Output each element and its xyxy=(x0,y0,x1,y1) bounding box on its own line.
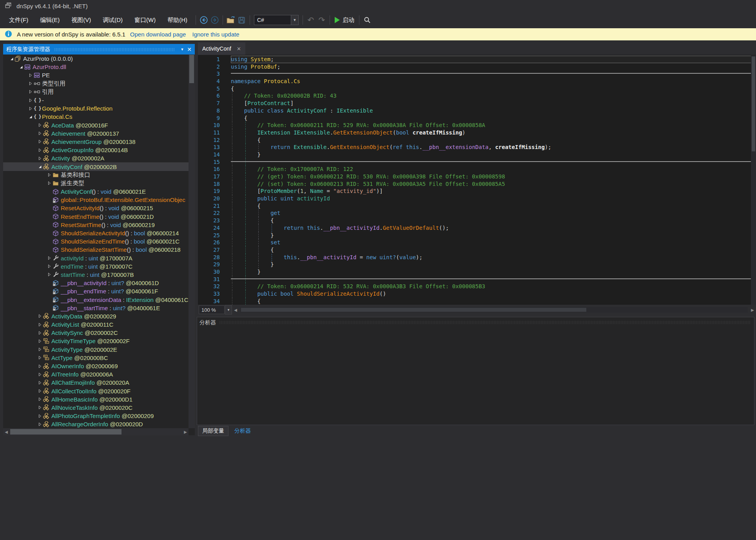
menu-item-调试(D)[interactable]: 调试(D) xyxy=(97,14,129,27)
expander-icon[interactable] xyxy=(37,156,43,160)
expander-icon[interactable] xyxy=(37,405,43,409)
redo-button[interactable]: ↷ xyxy=(316,15,327,25)
undo-button[interactable]: ↶ xyxy=(305,15,316,25)
expander-icon[interactable] xyxy=(27,107,34,111)
tree-row[interactable]: ResetActivityId() : void @06000215 xyxy=(3,204,189,212)
tree-row[interactable]: ActivityData @02000029 xyxy=(3,312,189,320)
expander-icon[interactable] xyxy=(46,173,53,177)
tree-row[interactable]: PE xyxy=(3,71,189,79)
start-debug-button[interactable]: 启动 xyxy=(332,15,357,25)
scrollbar-thumb[interactable] xyxy=(10,429,121,435)
scroll-right-icon[interactable]: ▶ xyxy=(749,308,756,312)
expander-icon[interactable] xyxy=(37,347,43,351)
scroll-right-icon[interactable]: ▶ xyxy=(182,430,189,434)
tree-row[interactable]: global::ProtoBuf.IExtensible.GetExtensio… xyxy=(3,196,189,204)
editor-horizontal-scrollbar[interactable] xyxy=(240,307,748,313)
navigate-back-button[interactable] xyxy=(198,15,209,25)
menu-item-视图(V)[interactable]: 视图(V) xyxy=(65,14,97,27)
chevron-down-icon[interactable]: ▼ xyxy=(179,46,186,53)
expander-icon[interactable] xyxy=(37,397,43,401)
ignore-update-link[interactable]: Ignore this update xyxy=(192,31,239,38)
tree-row[interactable]: { }Protocal.Cs xyxy=(3,113,189,121)
expander-icon[interactable] xyxy=(37,389,43,393)
expander-icon[interactable] xyxy=(37,422,43,426)
tree-row[interactable]: AceData @0200016F xyxy=(3,121,189,129)
expander-icon[interactable] xyxy=(37,356,43,360)
tree-row[interactable]: __pbn__endTime : uint? @0400061F xyxy=(3,287,189,295)
tree-row[interactable]: { }Google.Protobuf.Reflection xyxy=(3,104,189,113)
open-download-page-link[interactable]: Open download page xyxy=(130,31,186,38)
tree-row[interactable]: ActType @020000BC xyxy=(3,354,189,362)
scrollbar-thumb[interactable] xyxy=(241,308,586,312)
expander-icon[interactable] xyxy=(37,339,43,343)
expander-icon[interactable] xyxy=(46,256,53,260)
tree-row[interactable]: { }- xyxy=(3,96,189,104)
scrollbar-track[interactable] xyxy=(9,428,182,435)
zoom-level-select[interactable]: 100 % xyxy=(199,305,225,314)
tree-row[interactable]: AzurProto.dll xyxy=(3,63,189,71)
tree-row[interactable]: startTime : uint @1700007B xyxy=(3,271,189,279)
expander-icon[interactable] xyxy=(46,273,53,276)
expander-icon[interactable] xyxy=(37,165,43,169)
tree-row[interactable]: ResetEndTime() : void @0600021D xyxy=(3,213,189,221)
tree-row[interactable]: ShouldSerializeActivityId() : bool @0600… xyxy=(3,229,189,237)
expander-icon[interactable] xyxy=(37,131,43,135)
save-button[interactable] xyxy=(236,15,247,25)
close-icon[interactable]: ✕ xyxy=(186,46,193,53)
tree-row[interactable]: ActivityConf @0200002B xyxy=(3,162,189,171)
expander-icon[interactable] xyxy=(37,331,43,335)
expander-icon[interactable] xyxy=(37,364,43,368)
tree-row[interactable]: ShouldSerializeStartTime() : bool @06000… xyxy=(3,245,189,254)
menu-item-窗口(W)[interactable]: 窗口(W) xyxy=(129,14,161,27)
tree-row[interactable]: AllNoviceTaskInfo @0200020C xyxy=(3,404,189,412)
menu-item-编辑(E)[interactable]: 编辑(E) xyxy=(34,14,65,27)
tree-row[interactable]: ActivityConf() : void @0600021E xyxy=(3,187,189,196)
expander-icon[interactable] xyxy=(37,314,43,318)
expander-icon[interactable] xyxy=(37,148,43,152)
tree-row[interactable]: ActiveGroupInfo @0200014B xyxy=(3,146,189,154)
expander-icon[interactable] xyxy=(27,82,34,85)
tab-analyzer[interactable]: 分析器 xyxy=(230,426,255,436)
expander-icon[interactable] xyxy=(27,90,34,94)
search-button[interactable] xyxy=(362,15,373,25)
tree-row[interactable]: AIOwnerInfo @02000069 xyxy=(3,362,189,370)
tree-row[interactable]: Achievement @02000137 xyxy=(3,129,189,138)
tree-row[interactable]: AchievementGroup @02000138 xyxy=(3,138,189,146)
tree-row[interactable]: ActivityType @0200002E xyxy=(3,345,189,354)
menu-item-文件(F)[interactable]: 文件(F) xyxy=(3,14,34,27)
tree-row[interactable]: 基类和接口 xyxy=(3,171,189,179)
expander-icon[interactable] xyxy=(37,381,43,385)
expander-icon[interactable] xyxy=(37,373,43,376)
scroll-left-icon[interactable]: ◀ xyxy=(3,430,9,434)
tree-row[interactable]: ResetStartTime() : void @06000219 xyxy=(3,221,189,229)
tree-row[interactable]: ShouldSerializeEndTime() : bool @0600021… xyxy=(3,237,189,245)
tree-row[interactable]: __pbn__extensionData : IExtension @04000… xyxy=(3,295,189,304)
scroll-left-icon[interactable]: ◀ xyxy=(232,308,239,312)
tree-row[interactable]: endTime : uint @1700007C xyxy=(3,262,189,271)
scrollbar-thumb[interactable] xyxy=(189,55,194,83)
expander-icon[interactable] xyxy=(37,323,43,327)
tree-row[interactable]: AllChatEmojiInfo @0200020A xyxy=(3,378,189,387)
analyzer-header[interactable]: 分析器 xyxy=(197,317,754,328)
code-editor[interactable]: 1using System;2using ProtoBuf;34namespac… xyxy=(198,55,756,305)
language-select[interactable]: C# ▼ xyxy=(254,15,299,25)
tree-row[interactable]: 派生类型 xyxy=(3,179,189,187)
tab-activityconf[interactable]: ActivityConf ✕ xyxy=(198,42,245,55)
tree-row[interactable]: activityId : uint @1700007A xyxy=(3,254,189,262)
assembly-explorer-header[interactable]: 程序集资源管理器 ▼ ✕ xyxy=(3,44,195,55)
tree-row[interactable]: ActivityList @0200011C xyxy=(3,320,189,329)
tree-row[interactable]: ActivitySync @0200002C xyxy=(3,329,189,337)
navigate-forward-button[interactable] xyxy=(209,15,220,25)
tree-row[interactable]: 引用 xyxy=(3,88,189,96)
expander-icon[interactable] xyxy=(27,73,34,77)
chevron-down-icon[interactable]: ▼ xyxy=(225,305,232,315)
tree-row[interactable]: ActivityTimeType @0200002F xyxy=(3,337,189,345)
expander-icon[interactable] xyxy=(37,123,43,127)
menu-item-帮助(H)[interactable]: 帮助(H) xyxy=(161,14,193,27)
expander-icon[interactable] xyxy=(37,140,43,144)
tree-row[interactable]: 类型引用 xyxy=(3,80,189,88)
assembly-tree[interactable]: AzurProto (0.0.0.0)AzurProto.dllPE类型引用引用… xyxy=(3,55,189,428)
expander-icon[interactable] xyxy=(18,65,24,69)
chevron-down-icon[interactable]: ▼ xyxy=(291,15,298,25)
tree-row[interactable]: AITreeInfo @0200006A xyxy=(3,370,189,378)
